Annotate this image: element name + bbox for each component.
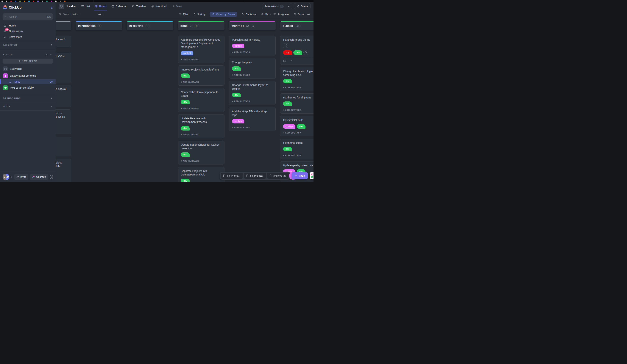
add-subtask-button[interactable]: + ADD SUBTASK (232, 51, 273, 53)
task-card[interactable]: Change JOBS mobile layout to columndev+ … (229, 81, 276, 105)
tag-dev[interactable]: dev (181, 100, 190, 104)
column-header[interactable]: IN PROGRESS0 (76, 21, 122, 30)
task-card[interactable]: Add more sections like Continuos Develop… (178, 36, 224, 63)
column-header[interactable]: IN TESTING0 (127, 21, 173, 30)
more-icon[interactable]: ••• (98, 13, 102, 16)
tag-dev[interactable]: dev (293, 50, 302, 55)
sidebar-section-spaces[interactable]: SPACES (0, 51, 56, 58)
sidebar-search-input[interactable]: Search ⌘K (2, 13, 53, 20)
new-space-button[interactable]: NEW SPACE (2, 59, 53, 64)
task-card[interactable] (56, 137, 71, 156)
tag-dev[interactable]: dev (283, 101, 292, 106)
tab-workload[interactable]: Workload (151, 2, 167, 10)
tag-bug[interactable]: bug (283, 50, 292, 55)
tag-dev[interactable]: dev (283, 79, 292, 83)
tag-content[interactable]: content (181, 51, 193, 55)
task-card[interactable]: Separate Projects into Games/Personal/Ol… (178, 167, 224, 182)
add-subtask-button[interactable]: + ADD SUBTASK (181, 81, 221, 83)
sidebar-item-show-more[interactable]: Show more (0, 34, 56, 40)
tag-configs[interactable]: configs (232, 119, 244, 123)
task-card[interactable]: Change templatedev+ ADD SUBTASK (229, 58, 276, 78)
column-header[interactable]: DONE18 (178, 21, 224, 30)
add-subtask-button[interactable]: + ADD SUBTASK (181, 58, 221, 61)
tab-timeline[interactable]: Timeline (132, 2, 146, 10)
sidebar-section-docs[interactable]: DOCS (0, 102, 56, 110)
search-icon[interactable] (45, 53, 47, 56)
toolbar-assignees[interactable]: Assignees (273, 13, 289, 16)
tag-dev[interactable]: dev (283, 147, 292, 151)
invite-button[interactable]: Invite (14, 174, 28, 180)
task-card[interactable]: oject t the (56, 159, 71, 182)
tag-configs[interactable]: configs (283, 124, 295, 129)
upgrade-button[interactable]: Upgrade (30, 174, 48, 180)
add-subtask-button[interactable]: + ADD SUBTASK (283, 132, 314, 134)
sidebar-space-everything[interactable]: Everything (0, 65, 56, 72)
share-button[interactable]: Share (294, 3, 311, 9)
minimized-task-improve-the-blog[interactable]: Improve the Blog (267, 173, 289, 179)
task-card[interactable]: Change the theme plugin with something e… (280, 67, 314, 91)
tag-dev[interactable]: dev (181, 74, 190, 78)
column-header[interactable]: WON’T DO4 (229, 21, 276, 30)
task-card[interactable]: ut the e whole (56, 109, 71, 134)
browser-tab-strip[interactable] (0, 0, 314, 2)
task-card[interactable]: Improve Projects layout left/rightdev+ A… (178, 65, 224, 86)
add-subtask-button[interactable]: + ADD SUBTASK (232, 100, 273, 102)
toolbar-group-by-status[interactable]: Group by: Status (210, 12, 237, 17)
task-card[interactable]: d CV in (56, 53, 71, 83)
add-subtask-button[interactable]: + ADD SUBTASK (181, 107, 221, 109)
add-subtask-button[interactable]: + ADD SUBTASK (283, 109, 314, 111)
add-subtask-button[interactable]: + ADD SUBTASK (283, 86, 314, 89)
tag-dev[interactable]: dev (181, 179, 190, 182)
due-date-icon[interactable] (283, 59, 286, 62)
task-card[interactable]: Fix localStorage themebugdev (280, 36, 314, 65)
toolbar-filter[interactable]: Filter (179, 13, 189, 16)
task-card[interactable]: Update depencencies for Gatsby projectde… (178, 141, 224, 165)
minimized-task-fix-projects[interactable]: Fix Projects (221, 173, 243, 179)
task-card[interactable]: Fix theme colorsdev+ ADD SUBTASK (280, 139, 314, 159)
toolbar-subtasks[interactable]: Subtasks (241, 13, 256, 16)
add-view-button[interactable]: View (172, 5, 182, 8)
column-header[interactable] (56, 21, 71, 30)
task-card[interactable]: Fix CircleCI buildconfigsdev+ ADD SUBTAS… (280, 116, 314, 136)
minimized-task-fix-projects-leyo[interactable]: Fix Projects leyo (244, 173, 266, 179)
sidebar-section-dashboards[interactable]: DASHBOARDS (0, 94, 56, 102)
automations-button[interactable]: Automations 1 (262, 3, 292, 9)
tag-dev[interactable]: dev (297, 124, 306, 129)
tab-calendar[interactable]: Calendar (111, 2, 127, 10)
tag-dev[interactable]: dev (181, 126, 190, 131)
tab-board[interactable]: Board (95, 2, 106, 10)
sidebar-space-next-strapi-portofolio[interactable]: next-strapi-portofolio (0, 84, 56, 91)
add-tag-button[interactable] (303, 50, 309, 55)
more-icon[interactable]: ••• (307, 13, 311, 16)
task-card[interactable]: for each (56, 36, 71, 47)
add-subtask-button[interactable]: + ADD SUBTASK (232, 74, 273, 76)
task-card[interactable]: Connect the Hero component to Strapidev+… (178, 88, 224, 112)
toolbar-sort-by[interactable]: Sort by (193, 13, 205, 16)
task-card[interactable]: Fix themes for all pagesdev+ ADD SUBTASK (280, 93, 314, 114)
add-subtask-button[interactable]: + ADD SUBTASK (283, 154, 314, 156)
chevron-down-icon[interactable] (286, 5, 292, 8)
collapse-sidebar-button[interactable]: « (51, 5, 53, 9)
sidebar-space-gatsby-strapi-portofolio[interactable]: gatsby-strapi-portofolio (0, 72, 56, 79)
toolbar-me[interactable]: Me (261, 13, 268, 16)
avatar[interactable]: C (2, 174, 6, 180)
clickup-apps-button[interactable] (310, 172, 314, 180)
tab-list[interactable]: List (81, 2, 90, 10)
sidebar-item-notifications[interactable]: 19Notifications (0, 28, 56, 34)
help-button[interactable]: ? (50, 175, 53, 179)
toolbar-show[interactable]: Show (294, 13, 304, 16)
search-tasks-input[interactable]: Search tasks... (59, 13, 95, 16)
sidebar-section-favorites[interactable]: FAVORITES (0, 41, 56, 48)
tag-dev[interactable]: dev (181, 152, 190, 157)
tag-configs[interactable]: configs (232, 44, 244, 48)
task-card[interactable]: n special- (56, 85, 71, 107)
add-subtask-button[interactable]: + ADD SUBTASK (232, 126, 273, 129)
column-header[interactable]: CLOSED46 (280, 21, 314, 30)
add-task-button[interactable]: Task (292, 172, 308, 179)
task-card[interactable]: Update Readme with Development Processde… (178, 114, 224, 138)
chevron-down-icon[interactable] (50, 53, 53, 56)
sidebar-space-tasks[interactable]: Tasks29 (0, 79, 56, 84)
sidebar-item-home[interactable]: Home (0, 23, 56, 28)
task-card[interactable]: Publish strapi to Herokuconfigs+ ADD SUB… (229, 36, 276, 56)
chevron-down-icon[interactable]: ▼ (11, 176, 12, 178)
